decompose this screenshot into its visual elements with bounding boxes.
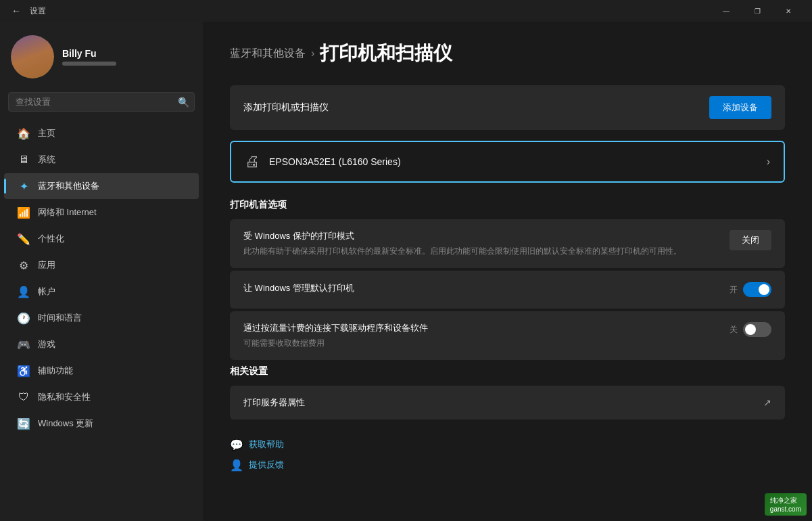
titlebar: ← 设置 — ❐ ✕ — [0, 0, 812, 22]
footer-links: 💬 获取帮助 👤 提供反馈 — [230, 438, 785, 471]
related-row-title-0: 打印服务器属性 — [243, 397, 305, 409]
external-link-icon: ↗ — [763, 397, 771, 408]
network-icon: 📶 — [18, 206, 30, 219]
setting-title-1: 让 Windows 管理默认打印机 — [243, 282, 716, 294]
setting-row-download-drivers: 通过按流量计费的连接下载驱动程序和设备软件 可能需要收取数据费用 关 — [230, 311, 785, 360]
close-button[interactable]: ✕ — [773, 0, 804, 22]
setting-status-2: 关 — [730, 324, 738, 336]
user-info: Billy Fu — [62, 48, 116, 66]
sidebar-item-accounts-label: 帐户 — [38, 286, 55, 298]
sidebar-item-gaming[interactable]: 🎮 游戏 — [4, 332, 199, 357]
sidebar-item-personalization-label: 个性化 — [38, 233, 64, 245]
sidebar-item-personalization[interactable]: ✏️ 个性化 — [4, 226, 199, 252]
breadcrumb: 蓝牙和其他设备 › 打印机和扫描仪 — [230, 41, 785, 66]
setting-status-1: 开 — [730, 284, 738, 296]
apps-icon: ⚙ — [18, 259, 30, 271]
add-printer-row: 添加打印机或扫描仪 添加设备 — [230, 85, 785, 130]
footer-link-feedback-text[interactable]: 提供反馈 — [249, 459, 284, 471]
setting-control-1: 开 — [730, 282, 771, 297]
main-content: 蓝牙和其他设备 › 打印机和扫描仪 添加打印机或扫描仪 添加设备 🖨 EPSON… — [203, 22, 812, 521]
sidebar-item-bluetooth-label: 蓝牙和其他设备 — [38, 180, 99, 192]
privacy-icon: 🛡 — [18, 391, 30, 403]
printer-chevron-icon: › — [767, 156, 770, 168]
maximize-button[interactable]: ❐ — [742, 0, 773, 22]
printer-icon: 🖨 — [245, 153, 260, 171]
sidebar-item-apps[interactable]: ⚙ 应用 — [4, 252, 199, 278]
app-body: Billy Fu 🔍 🏠 主页 🖥 系统 ✦ 蓝牙和其他设备 — [0, 22, 812, 521]
sidebar-nav: 🏠 主页 🖥 系统 ✦ 蓝牙和其他设备 📶 网络和 Internet ✏️ 个性… — [0, 120, 203, 437]
accounts-icon: 👤 — [18, 286, 30, 298]
setting-desc-0: 此功能有助于确保采用打印机软件的最新安全标准。启用此功能可能会限制使用旧的默认安… — [243, 245, 716, 257]
sidebar-item-gaming-label: 游戏 — [38, 338, 55, 350]
gaming-icon: 🎮 — [18, 338, 30, 350]
titlebar-title: 设置 — [30, 5, 46, 17]
sidebar-item-privacy-label: 隐私和安全性 — [38, 391, 91, 403]
sidebar-item-bluetooth[interactable]: ✦ 蓝牙和其他设备 — [4, 173, 199, 199]
bluetooth-icon: ✦ — [18, 180, 30, 192]
sidebar-item-time[interactable]: 🕐 时间和语言 — [4, 305, 199, 331]
user-bar — [62, 62, 116, 66]
setting-control-0: 关闭 — [730, 230, 771, 250]
avatar-face — [11, 35, 54, 78]
toggle-download-drivers[interactable] — [743, 322, 771, 337]
setting-title-2: 通过按流量计费的连接下载驱动程序和设备软件 — [243, 322, 716, 334]
footer-link-help[interactable]: 💬 获取帮助 — [230, 438, 785, 451]
help-icon: 💬 — [230, 438, 242, 451]
breadcrumb-current: 打印机和扫描仪 — [320, 41, 452, 66]
related-heading: 相关设置 — [230, 365, 785, 378]
titlebar-left: ← 设置 — [8, 3, 46, 19]
toggle-manage-printer[interactable] — [743, 282, 771, 297]
setting-control-2: 关 — [730, 322, 771, 337]
preferences-heading: 打印机首选项 — [230, 199, 785, 211]
sidebar-item-home[interactable]: 🏠 主页 — [4, 120, 199, 146]
search-input[interactable] — [8, 92, 195, 112]
setting-info-2: 通过按流量计费的连接下载驱动程序和设备软件 可能需要收取数据费用 — [243, 322, 730, 349]
sidebar-item-update[interactable]: 🔄 Windows 更新 — [4, 411, 199, 436]
sidebar-item-system[interactable]: 🖥 系统 — [4, 147, 199, 173]
breadcrumb-separator: › — [311, 47, 314, 60]
footer-link-help-text[interactable]: 获取帮助 — [249, 438, 284, 451]
sidebar: Billy Fu 🔍 🏠 主页 🖥 系统 ✦ 蓝牙和其他设备 — [0, 22, 203, 521]
watermark: 纯净之家ganst.com — [765, 493, 807, 516]
sidebar-item-time-label: 时间和语言 — [38, 312, 82, 324]
sidebar-item-home-label: 主页 — [38, 127, 55, 139]
system-icon: 🖥 — [18, 154, 30, 166]
avatar — [11, 35, 54, 78]
protected-print-button[interactable]: 关闭 — [730, 230, 771, 250]
setting-row-inner-2: 通过按流量计费的连接下载驱动程序和设备软件 可能需要收取数据费用 关 — [230, 311, 785, 360]
sidebar-item-accessibility[interactable]: ♿ 辅助功能 — [4, 358, 199, 384]
back-button[interactable]: ← — [8, 3, 24, 19]
accessibility-icon: ♿ — [18, 365, 30, 377]
time-icon: 🕐 — [18, 312, 30, 324]
setting-info-1: 让 Windows 管理默认打印机 — [243, 282, 730, 297]
sidebar-item-update-label: Windows 更新 — [38, 417, 93, 430]
printer-item[interactable]: 🖨 EPSON3A52E1 (L6160 Series) › — [230, 141, 785, 183]
sidebar-item-network[interactable]: 📶 网络和 Internet — [4, 200, 199, 225]
sidebar-item-accessibility-label: 辅助功能 — [38, 365, 73, 377]
add-printer-section: 添加打印机或扫描仪 添加设备 — [230, 85, 785, 130]
search-icon: 🔍 — [178, 97, 189, 108]
user-name: Billy Fu — [62, 48, 116, 59]
search-box: 🔍 — [8, 92, 195, 112]
setting-info-0: 受 Windows 保护的打印模式 此功能有助于确保采用打印机软件的最新安全标准… — [243, 230, 730, 257]
setting-desc-2: 可能需要收取数据费用 — [243, 337, 716, 349]
toggle-thumb-2 — [745, 324, 756, 335]
footer-link-feedback[interactable]: 👤 提供反馈 — [230, 459, 785, 471]
user-profile[interactable]: Billy Fu — [0, 22, 203, 89]
sidebar-item-accounts[interactable]: 👤 帐户 — [4, 279, 199, 304]
sidebar-item-privacy[interactable]: 🛡 隐私和安全性 — [4, 384, 199, 410]
add-printer-label: 添加打印机或扫描仪 — [243, 101, 329, 114]
setting-row-inner: 受 Windows 保护的打印模式 此功能有助于确保采用打印机软件的最新安全标准… — [230, 219, 785, 268]
setting-row-inner-1: 让 Windows 管理默认打印机 开 — [230, 271, 785, 309]
add-device-button[interactable]: 添加设备 — [709, 96, 771, 119]
printer-name: EPSON3A52E1 (L6160 Series) — [269, 156, 401, 167]
breadcrumb-parent[interactable]: 蓝牙和其他设备 — [230, 47, 306, 61]
setting-row-manage-printer: 让 Windows 管理默认打印机 开 — [230, 271, 785, 309]
related-row-print-server[interactable]: 打印服务器属性 ↗ — [230, 386, 785, 420]
titlebar-controls: — ❐ ✕ — [711, 0, 804, 22]
toggle-thumb-1 — [759, 284, 769, 295]
feedback-icon: 👤 — [230, 459, 242, 471]
minimize-button[interactable]: — — [711, 0, 742, 22]
update-icon: 🔄 — [18, 417, 30, 430]
home-icon: 🏠 — [18, 127, 30, 139]
